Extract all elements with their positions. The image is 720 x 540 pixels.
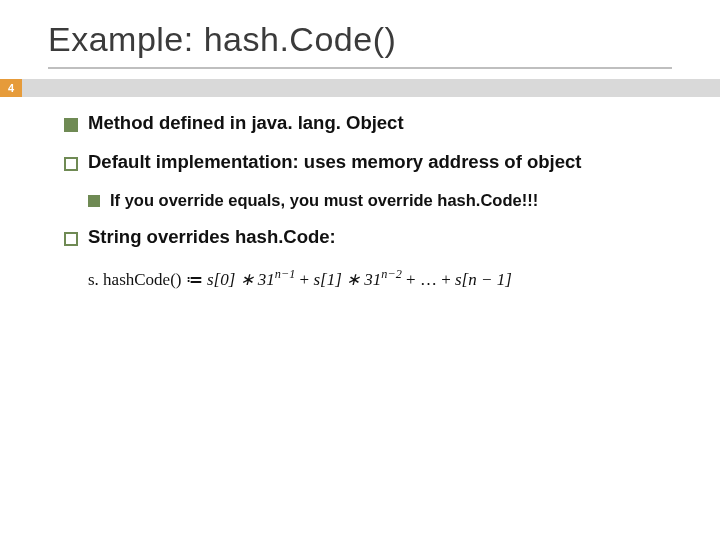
formula-term1: s[0] ∗ 31: [207, 270, 275, 289]
bullet-method-defined: Method defined in java. lang. Object: [64, 111, 672, 136]
title-underline: [48, 67, 672, 69]
formula-exp2: n−2: [381, 267, 402, 281]
page-number-badge: 4: [0, 79, 22, 97]
formula-last: s[n − 1]: [455, 270, 512, 289]
formula-plus1: +: [300, 270, 314, 289]
formula-plus2: + … +: [406, 270, 455, 289]
formula-term2: s[1] ∗ 31: [313, 270, 381, 289]
slide-content: Method defined in java. lang. Object Def…: [0, 97, 720, 292]
slide: Example: hash.Code() 4 Method defined in…: [0, 0, 720, 540]
subbullet-override: If you override equals, you must overrid…: [88, 189, 672, 211]
bullet-default-impl: Default implementation: uses memory addr…: [64, 150, 672, 175]
formula-exp1: n−1: [275, 267, 296, 281]
page-bar: 4: [0, 79, 720, 97]
hashcode-formula: s. hashCode() ≔ s[0] ∗ 31n−1 + s[1] ∗ 31…: [88, 264, 672, 292]
bullet-string-overrides: String overrides hash.Code:: [64, 225, 672, 250]
slide-title: Example: hash.Code(): [0, 0, 720, 67]
formula-lhs: s. hashCode() ≔: [88, 270, 207, 289]
